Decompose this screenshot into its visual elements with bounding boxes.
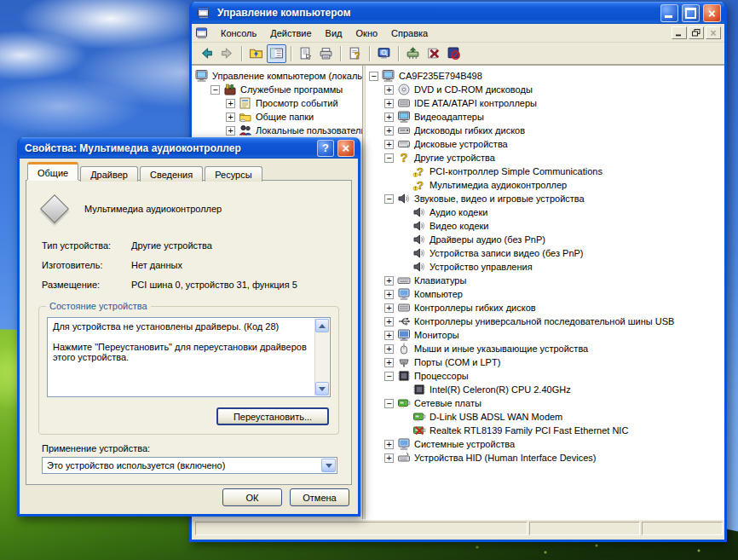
collapse-box[interactable]: − [384, 399, 394, 408]
usage-combobox[interactable]: Это устройство используется (включено) [42, 457, 337, 474]
tree-item[interactable]: +Системные устройства [366, 437, 724, 451]
expand-box[interactable]: + [226, 126, 235, 136]
dialog-help-button[interactable]: ? [317, 140, 334, 157]
scan-hardware-icon[interactable] [374, 44, 394, 63]
dialog-close-button[interactable]: × [337, 140, 355, 157]
ok-button[interactable]: ОК [222, 488, 282, 506]
tree-item[interactable]: +Порты (COM и LPT) [366, 355, 724, 369]
maximize-button[interactable] [682, 4, 700, 22]
collapse-box[interactable]: − [384, 194, 394, 204]
tree-item[interactable]: D-Link USB ADSL WAN Modem [366, 410, 724, 424]
dialog-tab[interactable]: Драйвер [80, 166, 138, 182]
expand-box[interactable]: + [226, 113, 235, 122]
tree-item[interactable]: Устройство управления [366, 260, 724, 274]
print-icon[interactable] [316, 44, 336, 63]
tree-item[interactable]: +Локальные пользователи и группы [192, 124, 362, 137]
tree-item[interactable]: Аудио кодеки [366, 205, 724, 219]
expand-box[interactable]: + [384, 99, 394, 108]
device-tree-pane[interactable]: −CA9F235E794B498+DVD и CD-ROM дисководы+… [366, 66, 724, 519]
tree-item[interactable]: Intel(R) Celeron(R) CPU 2.40GHz [366, 383, 724, 396]
tree-item[interactable]: +Общие папки [192, 110, 362, 124]
expand-box[interactable]: + [384, 344, 394, 354]
expand-box[interactable]: + [384, 317, 394, 326]
collapse-box[interactable]: − [210, 85, 220, 95]
tree-item[interactable]: +IDE ATA/ATAPI контроллеры [366, 96, 724, 110]
cancel-button[interactable]: Отмена [290, 488, 349, 506]
expand-box[interactable]: + [384, 453, 394, 463]
dialog-titlebar[interactable]: Свойства: Мультимедиа аудиоконтроллер ? … [20, 137, 358, 159]
menu-item[interactable]: Действие [263, 26, 318, 40]
properties-icon[interactable] [296, 44, 315, 63]
collapse-box[interactable]: − [384, 372, 394, 381]
tree-item[interactable]: Управление компьютером (локальный) [192, 69, 362, 83]
tree-item[interactable]: Устройства записи видео (без PnP) [366, 246, 724, 260]
expand-box[interactable]: + [384, 85, 394, 95]
back-icon[interactable] [197, 44, 216, 63]
menu-item[interactable]: Консоль [214, 26, 263, 40]
scroll-up-button[interactable] [315, 319, 329, 332]
tree-item[interactable]: −Процессоры [366, 369, 724, 383]
collapse-box[interactable]: − [384, 153, 394, 163]
expand-box[interactable]: + [384, 331, 394, 340]
tree-item[interactable]: +Компьютер [366, 287, 724, 301]
tree-item[interactable]: ?!PCI-контроллер Simple Communications [366, 165, 724, 178]
update-driver-icon[interactable] [403, 44, 423, 63]
dialog-tab[interactable]: Общие [27, 162, 78, 180]
expand-box[interactable]: + [384, 440, 394, 449]
expand-box[interactable]: + [384, 303, 394, 313]
window-titlebar[interactable]: Управление компьютером × [192, 2, 724, 24]
tree-item[interactable]: −Сетевые платы [366, 396, 724, 410]
tree-item[interactable]: +Просмотр событий [192, 96, 362, 110]
tree-item[interactable]: +Дисководы гибких дисков [366, 124, 724, 137]
tree-item[interactable]: +Видеоадаптеры [366, 110, 724, 124]
device-status-box[interactable]: Для устройства не установлены драйверы. … [47, 317, 331, 397]
expand-box[interactable]: + [384, 126, 394, 136]
menu-item[interactable]: Окно [349, 26, 385, 40]
tree-item[interactable]: −CA9F235E794B498 [366, 69, 724, 83]
field-row: Изготовитель: Нет данных [42, 260, 339, 280]
dialog-tab[interactable]: Сведения [140, 166, 203, 182]
menu-item[interactable]: Справка [384, 26, 435, 40]
child-restore-button[interactable] [689, 26, 704, 39]
scroll-down-button[interactable] [315, 382, 329, 395]
tree-item-label: Сетевые платы [414, 398, 481, 408]
forward-icon[interactable] [217, 44, 237, 63]
uninstall-icon[interactable] [424, 44, 443, 63]
tree-item[interactable]: +Мыши и иные указывающие устройства [366, 342, 724, 355]
child-minimize-button[interactable] [672, 26, 687, 39]
tree-item[interactable]: Realtek RTL8139 Family PCI Fast Ethernet… [366, 424, 724, 437]
tree-item[interactable]: +Контроллеры гибких дисков [366, 301, 724, 315]
child-close-button[interactable]: × [706, 26, 721, 39]
tree-item[interactable]: −Звуковые, видео и игровые устройства [366, 192, 724, 205]
tree-item[interactable]: −?Другие устройства [366, 151, 724, 165]
tree-item[interactable]: +Устройства HID (Human Interface Devices… [366, 451, 724, 465]
tree-item[interactable]: +DVD и CD-ROM дисководы [366, 83, 724, 96]
tree-item[interactable]: +Клавиатуры [366, 274, 724, 287]
disable-icon[interactable] [444, 44, 464, 63]
collapse-box[interactable]: − [369, 72, 378, 81]
tree-item[interactable]: −Служебные программы [192, 83, 362, 96]
expand-box[interactable]: + [384, 140, 394, 149]
dialog-tab[interactable]: Ресурсы [205, 166, 262, 182]
minimize-button[interactable] [660, 4, 678, 22]
expand-box[interactable]: + [384, 290, 394, 299]
close-button[interactable]: × [703, 4, 721, 22]
menu-item[interactable]: Вид [319, 26, 349, 40]
tree-item[interactable]: Драйверы аудио (без PnP) [366, 233, 724, 246]
tree-item[interactable]: Видео кодеки [366, 219, 724, 233]
tree-item-label: Клавиатуры [414, 275, 466, 286]
tree-item[interactable]: +Контроллеры универсальной последователь… [366, 315, 724, 328]
combo-dropdown-button[interactable] [321, 459, 336, 472]
reinstall-button[interactable]: Переустановить... [216, 407, 329, 425]
tree-item[interactable]: +Дисковые устройства [366, 137, 724, 151]
status-scrollbar[interactable] [314, 319, 329, 395]
expand-box[interactable]: + [384, 358, 394, 367]
expand-box[interactable]: + [384, 113, 394, 122]
tree-item[interactable]: ?!Мультимедиа аудиоконтроллер [366, 178, 724, 192]
help-icon[interactable]: ? [345, 44, 365, 63]
tree-item[interactable]: +Мониторы [366, 328, 724, 342]
up-folder-icon[interactable] [246, 44, 266, 63]
expand-box[interactable]: + [384, 276, 394, 286]
show-tree-icon[interactable] [267, 44, 286, 63]
expand-box[interactable]: + [226, 99, 235, 108]
